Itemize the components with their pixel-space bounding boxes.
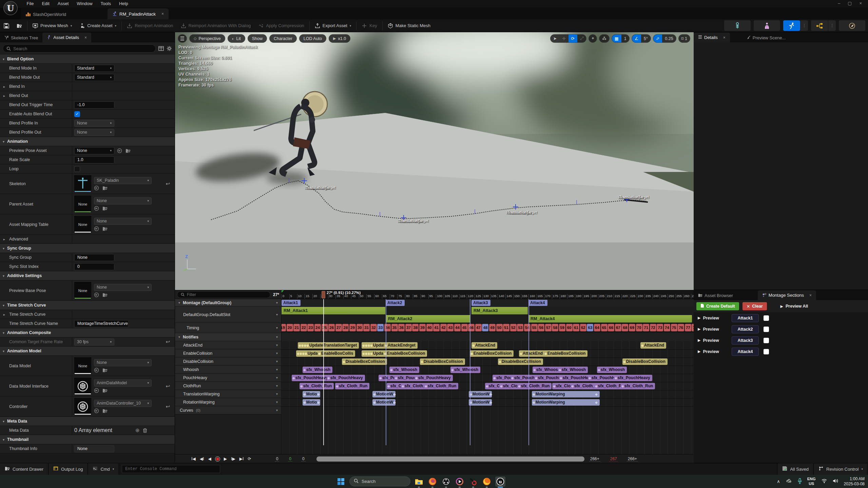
- section-animation-model[interactable]: ▾Animation Model: [0, 347, 175, 356]
- trash-icon[interactable]: [142, 428, 148, 433]
- view-range-start-field[interactable]: 0: [275, 456, 279, 462]
- timing-badge[interactable]: 38: [412, 324, 419, 331]
- section-attack2-checkbox[interactable]: [764, 327, 769, 332]
- timing-badge[interactable]: 22: [301, 324, 307, 331]
- section-blend-option[interactable]: ▾Blend Option: [0, 55, 175, 64]
- parent-asset-dropdown[interactable]: None▾: [94, 197, 152, 204]
- view-range-end-field[interactable]: 266+: [589, 456, 600, 462]
- timing-badge[interactable]: 65: [601, 324, 607, 331]
- data-model-interface-thumbnail[interactable]: [74, 378, 91, 395]
- tab-close-icon[interactable]: ×: [161, 12, 164, 16]
- working-range-end-field[interactable]: 266+: [627, 456, 638, 462]
- preview-attack3-button[interactable]: ▶Preview: [698, 338, 727, 343]
- timing-badge[interactable]: 25: [322, 324, 328, 331]
- enable-auto-blend-out-checkbox[interactable]: ✓: [74, 111, 80, 117]
- notify-motionwarping[interactable]: ◆MotionWarping◆: [532, 391, 600, 397]
- tab-asset-details[interactable]: Asset Details ×: [42, 33, 91, 42]
- select-tool[interactable]: ➤: [551, 35, 559, 42]
- notify-sfx-cloth-run[interactable]: ◆sfx_Cloth_Run: [621, 383, 655, 389]
- track-defaultgroup-defaultslot[interactable]: DefaultGroup.DefaultSlot▾: [175, 307, 281, 323]
- skeleton-dropdown[interactable]: SK_Paladin▾: [94, 177, 152, 184]
- make-static-mesh-button[interactable]: Make Static Mesh: [384, 20, 434, 31]
- reset-to-default-icon[interactable]: ↩: [166, 404, 170, 410]
- loop-checkbox[interactable]: [74, 166, 80, 172]
- close-icon[interactable]: ×: [859, 1, 862, 7]
- notify-sfx-whoosh[interactable]: ◆sfx_Whoosh: [597, 367, 627, 373]
- preview-mesh-button[interactable]: Preview Mesh▾: [29, 20, 76, 31]
- preview-pose-asset-dropdown[interactable]: None▾: [74, 147, 114, 154]
- output-log-button[interactable]: Output Log: [49, 463, 88, 475]
- preview-base-pose-thumbnail[interactable]: None: [74, 282, 91, 299]
- blend-profile-out-dropdown[interactable]: None▾: [74, 129, 114, 136]
- section-additive-settings[interactable]: ▾Additive Settings: [0, 271, 175, 280]
- notify-disableboxcollision[interactable]: ◆DisableBoxCollision: [622, 358, 668, 365]
- total-frames-field[interactable]: 267: [609, 456, 618, 462]
- taskbar-app-firefox-orange[interactable]: [482, 476, 492, 487]
- taskbar-app-explorer[interactable]: [414, 476, 424, 487]
- timing-badge[interactable]: 51: [503, 324, 509, 331]
- playhead-line[interactable]: [323, 299, 324, 445]
- timing-badge[interactable]: 44: [454, 324, 461, 331]
- timing-badge[interactable]: 47: [475, 324, 482, 331]
- onedrive-icon[interactable]: [786, 479, 792, 484]
- section-attack2-button[interactable]: Attack2: [732, 325, 759, 333]
- export-asset-button[interactable]: Export Asset▾: [311, 20, 355, 31]
- notify-sfx-cloth-run[interactable]: ◆sfx_Cloth_Run: [424, 383, 458, 389]
- montage-section-attack3[interactable]: Attack3: [471, 300, 490, 306]
- move-tool[interactable]: ✛: [559, 35, 568, 42]
- window-controls[interactable]: – ▢ ×: [834, 0, 866, 7]
- skeleton-thumbnail[interactable]: [74, 175, 91, 192]
- revision-control-button[interactable]: Revision Control ▾: [814, 463, 868, 475]
- notify-updatetranslationtarget[interactable]: ◆◆◆◆UpdateTranslationTarget: [298, 342, 359, 349]
- controller-dropdown[interactable]: AnimDataController_10▾: [94, 400, 152, 407]
- timing-badge[interactable]: 49: [489, 324, 496, 331]
- section-attack1-checkbox[interactable]: [764, 315, 769, 321]
- montage-section-attack2[interactable]: Attack2: [386, 300, 405, 306]
- notify-sfx-pouchheavy[interactable]: ◆sfx_PouchHeavy: [614, 375, 652, 381]
- reset-to-default-icon[interactable]: ↩: [166, 181, 170, 187]
- preview-attack4-button[interactable]: ▶Preview: [698, 349, 727, 354]
- rate-scale-input[interactable]: 1.0: [74, 156, 114, 163]
- track-pouchheavy[interactable]: PouchHeavy▾: [175, 374, 281, 382]
- show-button[interactable]: Show: [248, 34, 267, 43]
- mode-animation-button[interactable]: [783, 20, 800, 31]
- step-forward-button[interactable]: Ⅰ▶: [229, 456, 237, 461]
- notify-disableboxcollision[interactable]: ◆DisableBoxCollision: [498, 358, 543, 365]
- menu-tools[interactable]: Tools: [97, 0, 115, 7]
- timing-badge[interactable]: 20: [287, 324, 293, 331]
- loop-button[interactable]: ⟳: [246, 456, 253, 461]
- scale-snap-value[interactable]: 0.25: [662, 35, 676, 42]
- track-timing[interactable]: Timing▾: [175, 323, 281, 333]
- timing-badge[interactable]: 37: [405, 324, 412, 331]
- camera-speed-button[interactable]: ⌑ 1: [679, 35, 690, 42]
- notify-motionwarping[interactable]: ◆MotionWarping◆: [532, 399, 600, 406]
- tray-expand-icon[interactable]: ∧: [777, 479, 780, 484]
- sync-slot-index-input[interactable]: 0: [74, 263, 114, 270]
- taskbar-app-key[interactable]: [468, 476, 478, 487]
- timing-badge[interactable]: 68: [622, 324, 628, 331]
- notify-disableboxcollision[interactable]: ◆DisableBoxCollision: [420, 358, 465, 365]
- timing-badge[interactable]: 43: [447, 324, 454, 331]
- volume-icon[interactable]: [833, 479, 838, 484]
- tab-asset-browser[interactable]: Asset Browser: [694, 291, 737, 300]
- timing-badge[interactable]: 64: [594, 324, 600, 331]
- thumbnail-info-value[interactable]: None: [74, 445, 114, 452]
- blend-profile-in-dropdown[interactable]: None▾: [74, 120, 114, 127]
- surface-snap-button[interactable]: ⁂: [599, 35, 609, 42]
- section-attack1-button[interactable]: Attack1: [732, 314, 759, 322]
- notify-motio[interactable]: ◆Motio◆: [303, 399, 320, 406]
- timing-badge[interactable]: 45: [461, 324, 468, 331]
- timing-badge[interactable]: 61: [573, 324, 579, 331]
- track-attackend[interactable]: AttackEnd▾: [175, 341, 281, 349]
- notify-motionw[interactable]: ◆MotionW◆: [372, 391, 396, 397]
- scale-tool[interactable]: ⤢: [577, 35, 586, 42]
- create-default-button[interactable]: Create Default: [696, 302, 739, 310]
- timing-badge[interactable]: 55: [531, 324, 538, 331]
- timing-badge[interactable]: 62: [580, 324, 586, 331]
- tab-preview-scene[interactable]: Preview Scene...: [742, 33, 790, 42]
- notify-enableboxcollision[interactable]: ◆EnableBoxCollision: [383, 350, 427, 357]
- play-button[interactable]: ▶: [222, 456, 229, 461]
- mode-blueprint-button[interactable]: [811, 20, 828, 31]
- timing-badge[interactable]: 60: [566, 324, 573, 331]
- browse-to-asset-button[interactable]: [13, 20, 26, 31]
